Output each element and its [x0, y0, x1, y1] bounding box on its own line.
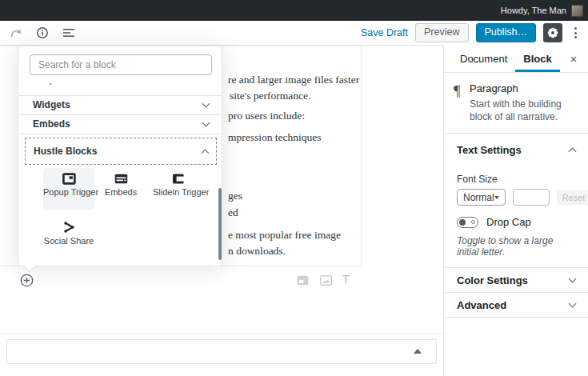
- select-caret-icon: [494, 196, 499, 199]
- block-item-slidein-trigger[interactable]: Slidein Trigger: [153, 168, 204, 210]
- category-embeds[interactable]: Embeds: [18, 114, 223, 134]
- howdy-greeting[interactable]: Howdy, The Man: [501, 6, 566, 15]
- post-text-line: pro users include:: [228, 110, 305, 122]
- more-options-icon[interactable]: [570, 25, 582, 41]
- chevron-down-icon: [202, 119, 210, 127]
- publish-button[interactable]: Publish…: [476, 23, 537, 42]
- block-description-card: Paragraph Start with the building block …: [444, 73, 588, 134]
- save-draft-link[interactable]: Save Draft: [361, 27, 408, 38]
- chevron-down-icon: [569, 275, 577, 283]
- chevron-down-icon: [569, 300, 577, 308]
- block-card-description: Start with the building block of all nar…: [470, 98, 577, 123]
- admin-bar: Howdy, The Man: [0, 0, 588, 21]
- editor-header: Save Draft Preview Publish…: [0, 21, 588, 46]
- post-text-line: e most popular free image: [228, 229, 341, 242]
- image-shortcut-icon[interactable]: [320, 275, 332, 286]
- close-icon[interactable]: [566, 50, 582, 66]
- category-widgets[interactable]: Widgets: [18, 95, 223, 114]
- collapse-up-icon[interactable]: [414, 349, 422, 354]
- info-icon[interactable]: [34, 25, 50, 41]
- settings-sidebar: Document Block Paragraph Start with the …: [443, 45, 588, 376]
- block-card-title: Paragraph: [470, 82, 577, 94]
- plus-circle-icon: [20, 274, 34, 287]
- drop-cap-help-text: Toggle to show a large initial letter.: [457, 235, 575, 258]
- panel-color-settings-header[interactable]: Color Settings: [444, 268, 588, 293]
- post-text-line: re and larger image files faster: [228, 74, 359, 86]
- preview-button[interactable]: Preview: [415, 23, 468, 42]
- post-text-line: ges: [228, 190, 242, 202]
- settings-gear-button[interactable]: [543, 23, 562, 42]
- embeds-icon: [114, 173, 128, 185]
- scrolled-content-remnant: [49, 83, 52, 85]
- user-avatar[interactable]: [571, 5, 583, 17]
- block-item-social-share[interactable]: Social Share: [43, 217, 94, 258]
- panel-text-settings-header[interactable]: Text Settings: [444, 134, 588, 156]
- popup-trigger-icon: [62, 173, 76, 185]
- gear-icon: [547, 27, 558, 38]
- block-inserter-popup: Widgets Embeds Hustle Blocks Popup Trigg…: [18, 46, 222, 266]
- drop-cap-toggle[interactable]: [457, 217, 478, 228]
- panel-text-settings-body: Font Size Normal Reset Drop Cap Toggle t…: [444, 156, 588, 268]
- popup-caret: [24, 261, 35, 272]
- post-text-line: ed: [228, 206, 238, 219]
- gutenberg-editor: Howdy, The Man: [0, 0, 588, 376]
- canvas-divider: [0, 333, 443, 334]
- custom-font-size-input[interactable]: [513, 189, 550, 206]
- block-search-input[interactable]: [30, 54, 212, 75]
- block-navigation-icon[interactable]: [61, 25, 77, 41]
- category-hustle-blocks[interactable]: Hustle Blocks: [25, 138, 217, 165]
- font-size-select[interactable]: Normal: [457, 189, 506, 206]
- tab-block[interactable]: Block: [515, 45, 559, 72]
- social-share-icon: [62, 221, 76, 234]
- panel-advanced-header[interactable]: Advanced: [444, 293, 588, 318]
- text-shortcut-icon[interactable]: T: [342, 273, 350, 286]
- popup-trigger-shortcut-icon[interactable]: [297, 275, 309, 286]
- chevron-up-icon: [569, 148, 577, 156]
- bottom-collapsed-panel[interactable]: [6, 339, 437, 364]
- block-item-embeds[interactable]: Embeds: [95, 168, 146, 210]
- popup-scrollbar[interactable]: [218, 188, 222, 260]
- post-text-line: site's performance.: [230, 90, 310, 102]
- font-size-label: Font Size: [457, 174, 575, 185]
- redo-icon[interactable]: [8, 25, 24, 41]
- paragraph-icon: [454, 82, 470, 123]
- add-block-button[interactable]: [20, 274, 34, 287]
- tab-document[interactable]: Document: [452, 45, 515, 72]
- block-item-popup-trigger[interactable]: Popup Trigger: [43, 168, 94, 210]
- post-text-line: mpression techniques: [228, 131, 322, 144]
- slidein-trigger-icon: [172, 173, 186, 185]
- sidebar-tabs: Document Block: [444, 45, 588, 73]
- drop-cap-label: Drop Cap: [486, 216, 531, 228]
- post-text-line: n downloads.: [228, 245, 286, 258]
- chevron-down-icon: [202, 100, 210, 108]
- font-size-reset-button[interactable]: Reset: [557, 190, 588, 205]
- chevron-up-icon: [202, 149, 210, 157]
